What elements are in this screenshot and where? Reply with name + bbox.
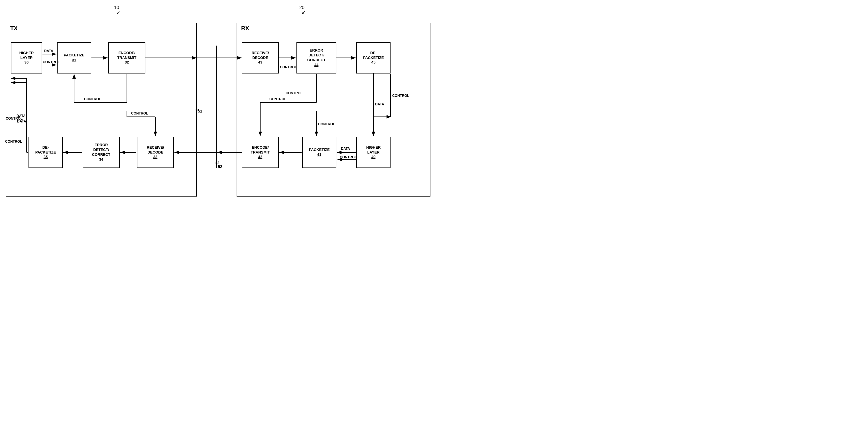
block-43: RECEIVE/DECODE 43 <box>242 42 279 73</box>
block-31: PACKETIZE 31 <box>57 42 91 73</box>
block-33: RECEIVE/DECODE 33 <box>137 137 174 168</box>
tx-label: TX <box>10 25 18 32</box>
block-40: HIGHERLAYER 40 <box>356 137 391 168</box>
label-data-tx-left: DATA <box>17 114 26 118</box>
block-44: ERRORDETECT/CORRECT 44 <box>297 42 336 73</box>
block-30: HIGHERLAYER 30 <box>11 42 42 73</box>
block-42: ENCODE/TRANSMIT 42 <box>242 137 279 168</box>
diagram: 10 ↙ 20 ↙ TX RX HIGHERLAYER 30 PACKETIZE… <box>0 0 434 212</box>
block-45: DE-PACKETIZE 45 <box>356 42 391 73</box>
label-control-rx-down: CONTROL <box>286 91 303 95</box>
block-35: DE-PACKETIZE 35 <box>29 137 63 168</box>
label-control-tx-left: CONTROL <box>5 139 22 143</box>
block-41: PACKETIZE 41 <box>302 137 336 168</box>
label-51: 51 <box>195 108 199 112</box>
block-34: ERRORDETECT/CORRECT 34 <box>83 137 120 168</box>
svg-text:52: 52 <box>218 164 222 169</box>
rx-label: RX <box>241 25 249 32</box>
block-32: ENCODE/TRANSMIT 32 <box>108 42 145 73</box>
ref-10-arrow: ↙ <box>116 10 120 15</box>
label-52: 52 <box>216 161 219 165</box>
ref-20-arrow: ↙ <box>302 10 305 15</box>
